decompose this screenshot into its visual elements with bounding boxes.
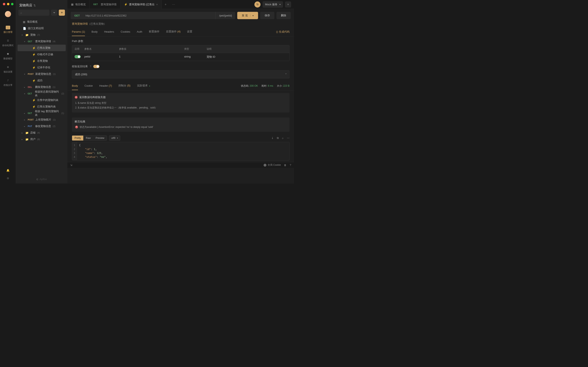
tab-case-active[interactable]: ⚡ 查询宠物详情 (已售出 ×: [121, 0, 162, 9]
env-menu-button[interactable]: ≡: [285, 1, 291, 8]
rail-project-settings[interactable]: ⚙ 项目设置: [3, 65, 12, 73]
enable-toggle[interactable]: [75, 55, 81, 58]
sync-icon[interactable]: ↻: [254, 1, 260, 8]
url-field[interactable]: http://127.0.0.1:4523/mock/622362: [84, 14, 129, 17]
resp-tab-body[interactable]: Body: [72, 82, 78, 90]
expected-status-select[interactable]: 成功 (200) ▾: [72, 70, 290, 78]
path-field[interactable]: /pet/{petId}: [216, 12, 235, 19]
sidebar-static-item[interactable]: ▸▦项目概览: [17, 18, 66, 25]
param-type[interactable]: string: [182, 53, 204, 61]
tab-auth[interactable]: Auth: [137, 28, 142, 36]
main-area: ▦ 项目概览 GET 查询宠物详情 ⚡ 查询宠物详情 (已售出 × + ⋯ ↻ …: [67, 0, 294, 184]
raw-button[interactable]: Raw: [83, 136, 93, 141]
help-circle-icon[interactable]: ?: [290, 164, 291, 167]
error-icon: ✕: [75, 96, 78, 99]
window-close-dot[interactable]: [3, 3, 5, 5]
response-status: 状态码: 200 OK 耗时: 6 ms 大小: 223 B: [241, 84, 290, 88]
save-button[interactable]: 保存: [260, 12, 274, 19]
sidebar: 宠物商店 ⇅ ⌕ ⏷ + ▸▦项目概览▸📄接口文档说明▾📁宠物(7)▾GET查询…: [16, 0, 67, 184]
search-input[interactable]: ⌕: [18, 9, 49, 16]
preview-button[interactable]: Preview: [93, 136, 107, 141]
project-dropdown-icon[interactable]: ⇅: [34, 4, 36, 7]
chevron-down-icon[interactable]: ▾: [250, 15, 254, 17]
col-enable: 启用: [72, 45, 82, 53]
param-name[interactable]: petId: [82, 53, 117, 61]
close-icon[interactable]: ×: [156, 3, 158, 6]
resp-tab-header[interactable]: Header (7): [99, 82, 112, 90]
tree-case[interactable]: ▸⚡在售宠物: [17, 58, 66, 64]
tree-api[interactable]: ▸GET根据 tag 查找宠物列表(1): [17, 110, 66, 117]
encoding-select[interactable]: utf8 ▾: [109, 135, 120, 141]
nav-rail: ⬚ 接口管理 ☰ 自动化测试 ⬢ 数据模型 ⚙ 项目设置 ⤴ 在线分享 🔔 ⚙: [0, 0, 16, 184]
tree-case[interactable]: ▸⚡已售出宠物: [17, 45, 66, 51]
rail-label: 在线分享: [3, 83, 12, 87]
tab-pre[interactable]: 前置操作: [149, 27, 159, 36]
resp-tab-cookie[interactable]: Cookie: [85, 82, 93, 90]
rail-data-model[interactable]: ⬢ 数据模型: [3, 52, 12, 60]
error-item: 1. $.name 应当是 string 类型: [75, 101, 287, 105]
tree-api[interactable]: ▸PUT修改宠物信息(2): [17, 123, 66, 129]
tree-folder[interactable]: ▸📁店铺(4): [17, 129, 66, 136]
tree-case[interactable]: ▸⚡记录不存在: [17, 64, 66, 71]
send-button[interactable]: 发 送 ▾: [237, 12, 258, 19]
delete-button[interactable]: 删除: [277, 12, 291, 19]
tab-api[interactable]: GET 查询宠物详情: [90, 0, 121, 9]
breadcrumb: 查询宠物详情（已售出宠物）: [67, 22, 294, 27]
assertion-panel: 断言结果 ✕ 状态为available | AssertionError: ex…: [72, 117, 290, 132]
more-icon[interactable]: ⋯: [287, 136, 290, 140]
tree-case[interactable]: ▸⚡出售中的宠物列表: [17, 97, 66, 103]
sidebar-static-item[interactable]: ▸📄接口文档说明: [17, 25, 66, 32]
new-tab-button[interactable]: +: [162, 3, 169, 6]
avatar[interactable]: [5, 11, 11, 17]
tree-api[interactable]: ▾GET根据状态查找宠物列表(2): [17, 90, 66, 97]
tree-folder[interactable]: ▾📁宠物(7): [17, 32, 66, 38]
rail-share[interactable]: ⤴ 在线分享: [3, 78, 12, 87]
resp-tab-console[interactable]: 控制台 (5): [118, 81, 130, 90]
param-desc[interactable]: 宠物 ID: [204, 53, 289, 61]
resp-tab-actual[interactable]: 实际请求 ●: [137, 81, 150, 90]
rail-api-mgmt[interactable]: ⬚ 接口管理: [3, 26, 12, 34]
trash-icon[interactable]: 🗑: [284, 164, 286, 167]
copy-icon[interactable]: ⧉: [277, 136, 279, 140]
generate-code-link[interactable]: ⟨⟩ 生成代码: [276, 30, 290, 34]
brand-icon: ◐: [36, 178, 39, 181]
tree-case[interactable]: ▸⚡已售出宠物列表: [17, 103, 66, 110]
tree-case[interactable]: ▸⚡ID格式不正确: [17, 51, 66, 58]
bell-icon[interactable]: 🔔: [6, 169, 9, 172]
tree-api[interactable]: ▾GET查询宠物详情(4): [17, 38, 66, 45]
tab-cookies[interactable]: Cookies: [121, 28, 130, 36]
tree-api[interactable]: ▸DEL删除宠物信息(1): [17, 84, 66, 90]
tree-case[interactable]: ▸⚡成功: [17, 77, 66, 84]
lightning-icon: ⚡: [124, 3, 127, 6]
window-min-dot[interactable]: [7, 3, 9, 5]
url-box: GET http://127.0.0.1:4523/mock/622362 /p…: [71, 12, 235, 19]
gear-icon[interactable]: ⚙: [7, 177, 9, 180]
param-value[interactable]: 1: [117, 53, 182, 61]
tab-post[interactable]: 后置操作 (4): [166, 27, 181, 36]
tab-overview[interactable]: ▦ 项目概览: [67, 0, 90, 9]
env-select[interactable]: Mock 服务 ▾: [263, 1, 283, 8]
collapse-panel-icon[interactable]: ⇲: [70, 164, 72, 167]
tree-folder[interactable]: ▸📁用户(8): [17, 136, 66, 142]
tab-settings[interactable]: 设置: [187, 27, 192, 36]
validate-toggle[interactable]: [93, 65, 99, 68]
tab-body[interactable]: Body: [91, 28, 98, 36]
download-icon[interactable]: ⤓: [271, 136, 274, 140]
rail-automation[interactable]: ☰ 自动化测试: [2, 39, 13, 47]
param-table: 启用 参数名 参数值 类型 说明 petId 1 string 宠物 ID: [72, 45, 290, 61]
col-name: 参数名: [82, 45, 117, 53]
rail-label: 项目设置: [3, 70, 12, 73]
filter-button[interactable]: ⏷: [51, 9, 57, 16]
window-max-dot[interactable]: [11, 3, 13, 5]
search-code-icon[interactable]: ⌕: [282, 136, 284, 140]
method-select[interactable]: GET: [71, 14, 84, 17]
tab-headers[interactable]: Headers: [104, 28, 114, 36]
tree-api[interactable]: ▾POST新建宠物信息(1): [17, 71, 66, 77]
help-icon[interactable]: ?: [90, 65, 91, 68]
add-button[interactable]: +: [59, 9, 65, 16]
global-cookie-button[interactable]: 全局 Cookie: [264, 163, 281, 167]
tree-api[interactable]: ▸POST上传宠物图片(1): [17, 117, 66, 123]
tab-more-button[interactable]: ⋯: [169, 3, 178, 6]
pretty-button[interactable]: Pretty: [72, 136, 83, 141]
tab-params[interactable]: Params (1): [72, 28, 85, 36]
